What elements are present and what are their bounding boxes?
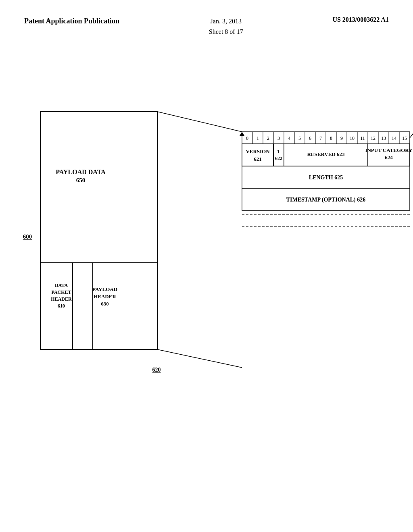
svg-rect-55	[273, 144, 284, 166]
svg-text:600: 600	[23, 233, 32, 240]
svg-text:11: 11	[360, 135, 365, 141]
svg-rect-51	[242, 144, 410, 166]
svg-text:610: 610	[58, 303, 65, 309]
svg-rect-52	[242, 144, 273, 166]
svg-text:621: 621	[254, 156, 262, 162]
sheet: Sheet 8 of 17	[209, 27, 243, 37]
svg-text:DATA: DATA	[55, 283, 68, 288]
svg-text:TIMESTAMP (OPTIONAL) 626: TIMESTAMP (OPTIONAL) 626	[286, 197, 366, 203]
svg-line-15	[157, 349, 242, 368]
svg-text:4: 4	[288, 135, 290, 141]
svg-line-49	[410, 126, 413, 138]
svg-rect-65	[242, 188, 410, 210]
svg-rect-0	[40, 112, 157, 349]
svg-text:12: 12	[371, 135, 375, 141]
svg-text:PACKET: PACKET	[51, 289, 71, 295]
svg-text:PAYLOAD: PAYLOAD	[92, 286, 117, 292]
svg-text:6: 6	[309, 135, 311, 141]
svg-text:1: 1	[257, 135, 259, 141]
svg-text:T: T	[277, 149, 280, 154]
svg-text:HEADER: HEADER	[94, 293, 116, 299]
svg-text:7: 7	[319, 135, 322, 141]
svg-text:LENGTH 625: LENGTH 625	[309, 175, 343, 181]
svg-text:624: 624	[385, 154, 393, 160]
svg-text:15: 15	[402, 135, 407, 141]
svg-text:0: 0	[246, 135, 248, 141]
svg-text:630: 630	[101, 301, 109, 307]
svg-marker-16	[240, 132, 244, 136]
svg-text:14: 14	[392, 135, 396, 141]
svg-rect-63	[242, 166, 410, 188]
svg-text:622: 622	[275, 156, 282, 161]
svg-text:9: 9	[340, 135, 343, 141]
diagram-svg: PAYLOAD DATA 650 PAYLOAD HEADER 630 DATA…	[0, 45, 413, 521]
svg-text:3: 3	[277, 135, 280, 141]
svg-text:PAYLOAD DATA: PAYLOAD DATA	[56, 168, 106, 175]
header-center: Jan. 3, 2013 Sheet 8 of 17	[209, 16, 243, 37]
svg-text:8: 8	[330, 135, 332, 141]
svg-text:5: 5	[298, 135, 301, 141]
page-header: Patent Application Publication Jan. 3, 2…	[0, 0, 413, 45]
svg-text:10: 10	[350, 135, 355, 141]
svg-text:VERSION: VERSION	[246, 148, 270, 154]
date: Jan. 3, 2013	[209, 16, 243, 27]
svg-text:2: 2	[267, 135, 269, 141]
svg-text:650: 650	[76, 177, 86, 183]
svg-text:HEADER: HEADER	[51, 296, 72, 302]
diagram-area: PAYLOAD DATA 650 PAYLOAD HEADER 630 DATA…	[0, 45, 413, 521]
svg-rect-60	[368, 144, 410, 166]
svg-text:INPUT CATEGORY: INPUT CATEGORY	[365, 147, 413, 153]
svg-text:620: 620	[152, 367, 161, 373]
patent-number: US 2013/0003622 A1	[332, 16, 389, 23]
svg-text:13: 13	[381, 135, 386, 141]
svg-rect-17	[242, 132, 410, 144]
svg-rect-58	[284, 144, 368, 166]
svg-text:RESERVED 623: RESERVED 623	[307, 151, 345, 157]
publication-title: Patent Application Publication	[24, 16, 119, 26]
svg-line-14	[157, 112, 242, 132]
svg-rect-3	[73, 263, 157, 349]
svg-rect-7	[40, 263, 93, 349]
